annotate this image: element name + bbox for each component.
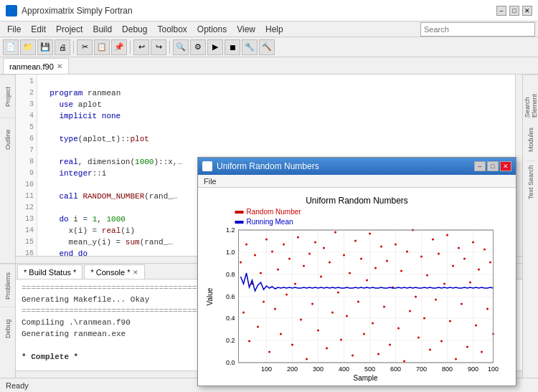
- svg-point-53: [363, 333, 365, 335]
- chart-window: Uniform Random Numbers – □ ✕ File Unifor…: [197, 157, 516, 386]
- sidebar-project[interactable]: Project: [0, 75, 15, 118]
- svg-point-93: [478, 269, 480, 271]
- tab-build-status[interactable]: * Build Status *: [17, 264, 82, 279]
- menu-edit[interactable]: Edit: [27, 23, 50, 36]
- copy-button[interactable]: 📋: [94, 39, 110, 55]
- title-bar: Approximatrix Simply Fortran – □ ✕: [0, 0, 538, 21]
- svg-point-48: [349, 272, 351, 274]
- chart-menu-bar: File: [198, 175, 516, 188]
- menu-file[interactable]: File: [3, 23, 25, 36]
- maximize-button[interactable]: □: [509, 6, 519, 16]
- chart-body: Uniform Random Numbers Random Number Run…: [198, 188, 516, 386]
- svg-point-59: [380, 246, 382, 248]
- sidebar-debug[interactable]: Debug: [0, 307, 15, 350]
- sidebar-outline[interactable]: Outline: [0, 118, 15, 161]
- search-input[interactable]: [420, 22, 535, 37]
- menu-options[interactable]: Options: [193, 23, 231, 36]
- svg-point-51: [357, 301, 359, 303]
- svg-point-30: [297, 236, 299, 239]
- y-tick-08: 0.8: [226, 271, 235, 278]
- x-tick-100: 100: [261, 365, 272, 373]
- tab-close-button[interactable]: ✕: [57, 62, 62, 70]
- save-button[interactable]: 💾: [37, 39, 53, 55]
- x-tick-900: 900: [468, 365, 478, 373]
- right-sidebar: Element Search Modules Text Search: [522, 75, 538, 378]
- svg-point-28: [291, 344, 293, 346]
- sidebar-text-search[interactable]: Text Search: [527, 161, 534, 204]
- y-tick-00: 0.0: [226, 359, 235, 366]
- svg-point-74: [423, 317, 425, 320]
- run-button[interactable]: ▶: [207, 39, 223, 55]
- svg-point-71: [415, 296, 417, 298]
- svg-point-34: [308, 253, 311, 255]
- svg-point-26: [285, 294, 288, 296]
- search-toolbar-button[interactable]: 🔍: [173, 39, 189, 55]
- redo-button[interactable]: ↪: [151, 39, 166, 55]
- chart-menu-file[interactable]: File: [201, 177, 220, 186]
- svg-point-86: [458, 247, 460, 249]
- svg-point-49: [351, 355, 354, 357]
- svg-point-40: [326, 348, 328, 350]
- chart-close-button[interactable]: ✕: [500, 161, 511, 171]
- svg-point-91: [472, 242, 474, 244]
- svg-point-72: [417, 337, 420, 339]
- main-area: Project Outline 12345 678910 1112131415 …: [0, 75, 538, 378]
- cut-button[interactable]: ✂: [77, 39, 93, 55]
- svg-point-43: [334, 231, 336, 234]
- close-button[interactable]: ✕: [522, 6, 532, 16]
- svg-point-96: [486, 308, 489, 310]
- svg-point-78: [435, 299, 437, 301]
- svg-point-37: [317, 330, 319, 332]
- minimize-button[interactable]: –: [496, 6, 506, 16]
- svg-point-27: [288, 258, 291, 260]
- svg-point-32: [303, 265, 305, 267]
- svg-point-31: [300, 319, 302, 321]
- svg-point-68: [406, 251, 408, 253]
- svg-point-36: [314, 242, 316, 244]
- console-tab-close[interactable]: ✕: [133, 269, 138, 276]
- x-tick-400: 400: [339, 365, 349, 373]
- title-bar-left: Approximatrix Simply Fortran: [6, 5, 133, 16]
- svg-point-75: [426, 274, 428, 277]
- chart-minimize-button[interactable]: –: [474, 161, 486, 171]
- svg-point-76: [429, 349, 431, 351]
- svg-point-77: [432, 239, 434, 241]
- menu-build[interactable]: Build: [88, 23, 116, 36]
- menu-help[interactable]: Help: [261, 23, 288, 36]
- build-button[interactable]: 🔨: [259, 39, 275, 55]
- svg-point-22: [274, 308, 276, 310]
- sidebar-modules[interactable]: Modules: [527, 118, 534, 161]
- svg-point-89: [466, 346, 468, 348]
- svg-point-39: [323, 247, 325, 249]
- paste-button[interactable]: 📌: [111, 39, 127, 55]
- svg-point-47: [346, 315, 348, 317]
- menu-project[interactable]: Project: [52, 23, 87, 36]
- x-tick-500: 500: [364, 365, 375, 373]
- svg-point-10: [240, 262, 242, 264]
- print-button[interactable]: 🖨: [55, 39, 70, 55]
- y-tick-06: 0.6: [226, 293, 235, 300]
- svg-point-83: [449, 320, 451, 322]
- y-axis-label: Value: [206, 287, 214, 305]
- sidebar-problems[interactable]: Problems: [0, 264, 15, 307]
- svg-point-67: [403, 360, 405, 363]
- tab-console[interactable]: * Console * ✕: [84, 264, 145, 279]
- new-button[interactable]: 📄: [3, 39, 19, 55]
- stop-button[interactable]: ⏹: [225, 39, 240, 55]
- chart-maximize-button[interactable]: □: [487, 161, 499, 171]
- svg-point-62: [389, 344, 391, 346]
- undo-button[interactable]: ↩: [133, 39, 149, 55]
- open-button[interactable]: 📁: [20, 39, 36, 55]
- menu-toolbox[interactable]: Toolbox: [153, 23, 191, 36]
- svg-point-24: [280, 333, 282, 335]
- debug-button[interactable]: 🔧: [242, 39, 258, 55]
- svg-point-90: [469, 282, 471, 284]
- menu-view[interactable]: View: [232, 23, 260, 36]
- settings-button[interactable]: ⚙: [190, 39, 206, 55]
- sidebar-element-search[interactable]: Element Search: [524, 75, 538, 118]
- svg-point-84: [452, 265, 454, 267]
- menu-debug[interactable]: Debug: [118, 23, 151, 36]
- chart-window-controls: – □ ✕: [474, 161, 511, 171]
- svg-point-52: [360, 258, 362, 260]
- tab-ranmean[interactable]: ranmean.f90 ✕: [3, 58, 69, 74]
